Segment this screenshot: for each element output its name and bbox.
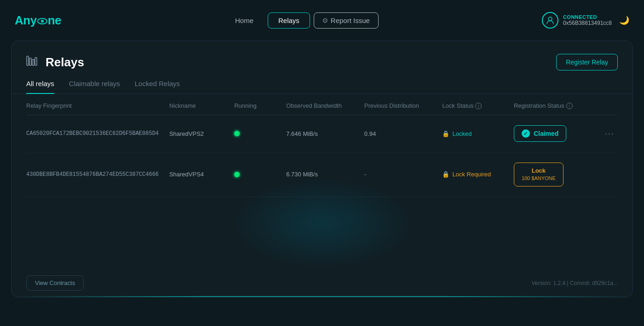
tab-locked-relays[interactable]: Locked Relays xyxy=(135,80,180,94)
lock-icon-2: 🔒 xyxy=(442,171,449,178)
relay-prev-dist-2: - xyxy=(364,171,443,178)
report-issue-label: Report Issue xyxy=(331,17,370,24)
header-nickname: Nickname xyxy=(169,102,234,109)
main-panel: Relays Register Relay All relays Claimab… xyxy=(11,41,633,297)
tabs: All relays Claimable relays Locked Relay… xyxy=(12,70,632,94)
logo: Anyne xyxy=(15,13,61,28)
lock-button[interactable]: Lock 100 $ANYONE xyxy=(514,163,564,186)
tab-all-relays[interactable]: All relays xyxy=(26,80,54,94)
nav-right: CONNECTED 0x56B38813491cc8 🌙 xyxy=(542,12,629,29)
relay-bandwidth-1: 7.646 MiB/s xyxy=(286,130,364,137)
relay-actions-1: ··· xyxy=(605,129,618,139)
nav-center: Home Relays ⊙ Report Issue xyxy=(224,12,379,29)
home-nav-button[interactable]: Home xyxy=(224,12,264,29)
svg-point-0 xyxy=(548,17,552,21)
header-fingerprint: Relay Fingerprint xyxy=(26,102,169,109)
footer: View Contracts Version: 1.2.4 | Commit: … xyxy=(12,269,632,297)
page-title: Relays xyxy=(46,55,84,70)
bottom-border-accent xyxy=(12,296,632,297)
relays-icon xyxy=(26,55,39,69)
dark-mode-toggle[interactable]: 🌙 xyxy=(619,15,629,25)
running-indicator-2 xyxy=(234,172,240,177)
navbar: Anyne Home Relays ⊙ Report Issue CONNECT… xyxy=(0,0,644,41)
claimed-badge: ✓ Claimed xyxy=(514,125,566,142)
running-indicator-1 xyxy=(234,131,240,136)
lock-btn-label: Lock xyxy=(532,167,546,175)
header-prev-distribution: Previous Distribution xyxy=(364,102,443,109)
relays-table: Relay Fingerprint Nickname Running Obser… xyxy=(12,94,632,197)
claimed-label: Claimed xyxy=(534,130,558,137)
version-text: Version: 1.2.4 | Commit: d929c1a... xyxy=(532,280,618,286)
header-running: Running xyxy=(234,102,286,109)
table-row: CA65020FCA172BEBC9021536EC82D6F5BAE085D4… xyxy=(26,115,618,152)
relay-reg-status-1: ✓ Claimed xyxy=(514,125,605,142)
reg-status-info-icon: i xyxy=(566,103,573,109)
tab-claimable-relays[interactable]: Claimable relays xyxy=(69,80,120,94)
avatar xyxy=(542,12,558,29)
header-bandwidth: Observed Bandwidth xyxy=(286,102,364,109)
table-header: Relay Fingerprint Nickname Running Obser… xyxy=(26,94,618,115)
connected-text: CONNECTED 0x56B38813491cc8 xyxy=(563,14,612,26)
page-header: Relays Register Relay xyxy=(12,41,632,70)
relay-running-2 xyxy=(234,172,286,177)
relay-running-1 xyxy=(234,131,286,136)
table-row: 430DBE8BFB4DE81554876BA274ED55C387CC4666… xyxy=(26,152,618,197)
svg-rect-2 xyxy=(29,58,31,65)
view-contracts-button[interactable]: View Contracts xyxy=(26,275,84,291)
header-reg-status: Registration Status i xyxy=(514,102,605,109)
lock-btn-subtitle: 100 $ANYONE xyxy=(522,175,556,182)
relay-nickname-1: SharedVPS2 xyxy=(169,130,234,137)
svg-rect-4 xyxy=(35,58,37,65)
page-title-area: Relays xyxy=(26,55,84,70)
relay-lock-status-1: 🔒 Locked xyxy=(442,130,513,137)
report-icon: ⊙ xyxy=(322,17,328,24)
register-relay-button[interactable]: Register Relay xyxy=(556,54,618,70)
lock-status-label-2: Lock Required xyxy=(452,171,491,178)
relay-lock-status-2: 🔒 Lock Required xyxy=(442,171,513,178)
svg-rect-1 xyxy=(27,56,29,65)
connected-info: CONNECTED 0x56B38813491cc8 xyxy=(542,12,612,29)
relay-fingerprint-1: CA65020FCA172BEBC9021536EC82D6F5BAE085D4 xyxy=(26,130,169,137)
relays-nav-button[interactable]: Relays xyxy=(268,12,310,29)
relay-fingerprint-2: 430DBE8BFB4DE81554876BA274ED55C387CC4666 xyxy=(26,171,169,178)
svg-rect-3 xyxy=(32,59,34,65)
report-issue-button[interactable]: ⊙ Report Issue xyxy=(314,12,379,29)
relay-reg-status-2: Lock 100 $ANYONE xyxy=(514,163,605,186)
relay-nickname-2: SharedVPS4 xyxy=(169,171,234,178)
relay-prev-dist-1: 0.94 xyxy=(364,130,443,137)
connected-address: 0x56B38813491cc8 xyxy=(563,20,612,26)
header-lock-status: Lock Status i xyxy=(442,102,513,109)
more-options-button-1[interactable]: ··· xyxy=(605,129,618,139)
connected-label: CONNECTED xyxy=(563,14,612,20)
lock-status-info-icon: i xyxy=(475,103,482,109)
relay-bandwidth-2: 6.730 MiB/s xyxy=(286,171,364,178)
logo-eye-icon xyxy=(37,18,47,24)
lock-icon-1: 🔒 xyxy=(442,130,449,137)
lock-status-label-1: Locked xyxy=(452,130,472,137)
claimed-check-icon: ✓ xyxy=(522,129,530,138)
header-actions xyxy=(605,102,618,109)
